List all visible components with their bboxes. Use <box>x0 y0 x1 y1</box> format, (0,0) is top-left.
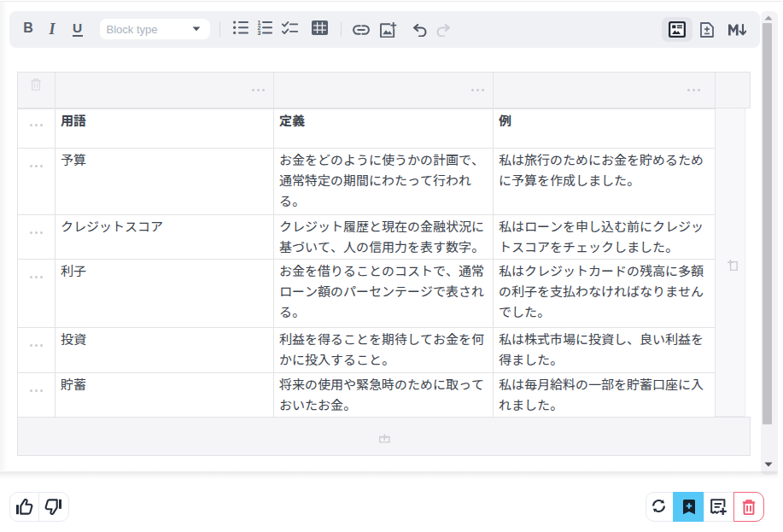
svg-text:3: 3 <box>257 30 260 36</box>
